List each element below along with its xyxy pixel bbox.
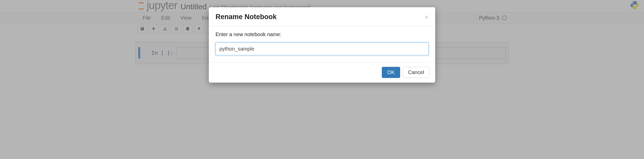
cancel-button[interactable]: Cancel [403,67,430,78]
notebook-name-input[interactable] [216,43,428,55]
close-icon[interactable]: × [425,14,428,20]
rename-modal: Rename Notebook × Enter a new notebook n… [209,7,435,83]
modal-label: Enter a new notebook name: [216,31,428,37]
ok-button[interactable]: OK [382,67,400,78]
modal-title: Rename Notebook [216,13,277,21]
